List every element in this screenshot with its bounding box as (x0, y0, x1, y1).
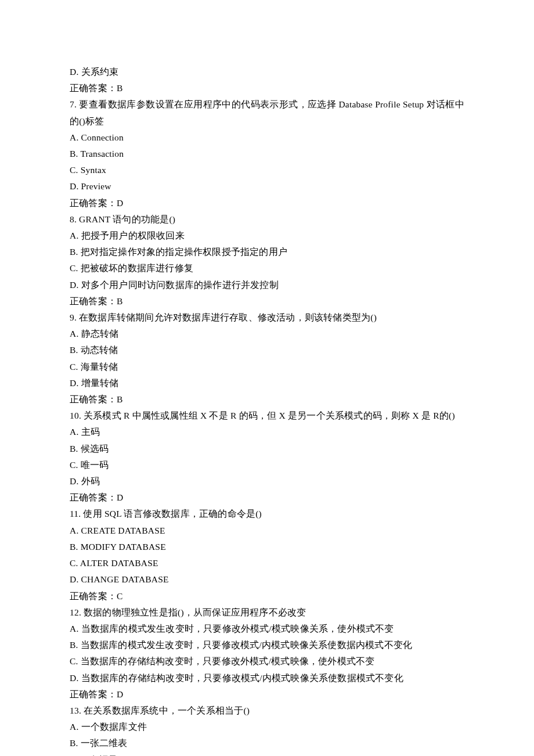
text-line: B. 动态转储 (70, 342, 464, 358)
text-line: C. 一条记录 (70, 752, 464, 756)
text-line: 7. 要查看数据库参数设置在应用程序中的代码表示形式，应选择 Database … (70, 96, 464, 129)
text-line: D. CHANGE DATABASE (70, 571, 464, 588)
text-line: C. 当数据库的存储结构改变时，只要修改外模式/模式映像，使外模式不变 (70, 653, 464, 669)
text-line: A. Connection (70, 129, 464, 146)
text-line: 正确答案：B (70, 391, 464, 408)
text-line: C. 把被破坏的数据库进行修复 (70, 260, 464, 276)
text-line: D. 增量转储 (70, 375, 464, 391)
text-line: A. 静态转储 (70, 326, 464, 342)
text-line: C. 唯一码 (70, 457, 464, 473)
text-line: 正确答案：B (70, 80, 464, 96)
text-line: 12. 数据的物理独立性是指()，从而保证应用程序不必改变 (70, 604, 464, 621)
text-line: 正确答案：D (70, 686, 464, 703)
text-line: A. 当数据库的模式发生改变时，只要修改外模式/模式映像关系，使外模式不变 (70, 621, 464, 637)
text-line: 正确答案：C (70, 588, 464, 604)
text-line: A. 把授予用户的权限收回来 (70, 228, 464, 244)
text-line: C. ALTER DATABASE (70, 555, 464, 571)
text-line: 13. 在关系数据库系统中，一个关系相当于() (70, 703, 464, 719)
text-line: 11. 使用 SQL 语言修改数据库，正确的命令是() (70, 506, 464, 522)
text-line: 正确答案：D (70, 489, 464, 506)
text-line: D. 外码 (70, 473, 464, 489)
text-line: C. Syntax (70, 162, 464, 178)
text-line: B. 候选码 (70, 441, 464, 457)
text-line: 8. GRANT 语句的功能是() (70, 211, 464, 228)
text-line: 正确答案：D (70, 195, 464, 211)
text-line: D. 对多个用户同时访问数据库的操作进行并发控制 (70, 277, 464, 293)
text-line: 10. 关系模式 R 中属性或属性组 X 不是 R 的码，但 X 是另一个关系模… (70, 408, 464, 424)
text-line: C. 海量转储 (70, 359, 464, 375)
text-line: D. 关系约束 (70, 64, 464, 80)
text-line: B. 当数据库的模式发生改变时，只要修改模式/内模式映像关系使数据内模式不变化 (70, 637, 464, 653)
text-line: A. 一个数据库文件 (70, 719, 464, 735)
text-line: B. MODIFY DATABASE (70, 539, 464, 555)
text-line: D. Preview (70, 178, 464, 195)
text-line: B. 把对指定操作对象的指定操作权限授予指定的用户 (70, 244, 464, 260)
text-line: 9. 在数据库转储期间允许对数据库进行存取、修改活动，则该转储类型为() (70, 309, 464, 326)
text-line: A. CREATE DATABASE (70, 523, 464, 539)
text-line: D. 当数据库的存储结构改变时，只要修改模式/内模式映像关系使数据模式不变化 (70, 670, 464, 686)
text-line: B. 一张二维表 (70, 735, 464, 751)
text-line: B. Transaction (70, 146, 464, 162)
text-line: A. 主码 (70, 424, 464, 440)
text-line: 正确答案：B (70, 293, 464, 309)
document-page: D. 关系约束 正确答案：B 7. 要查看数据库参数设置在应用程序中的代码表示形… (0, 0, 534, 756)
